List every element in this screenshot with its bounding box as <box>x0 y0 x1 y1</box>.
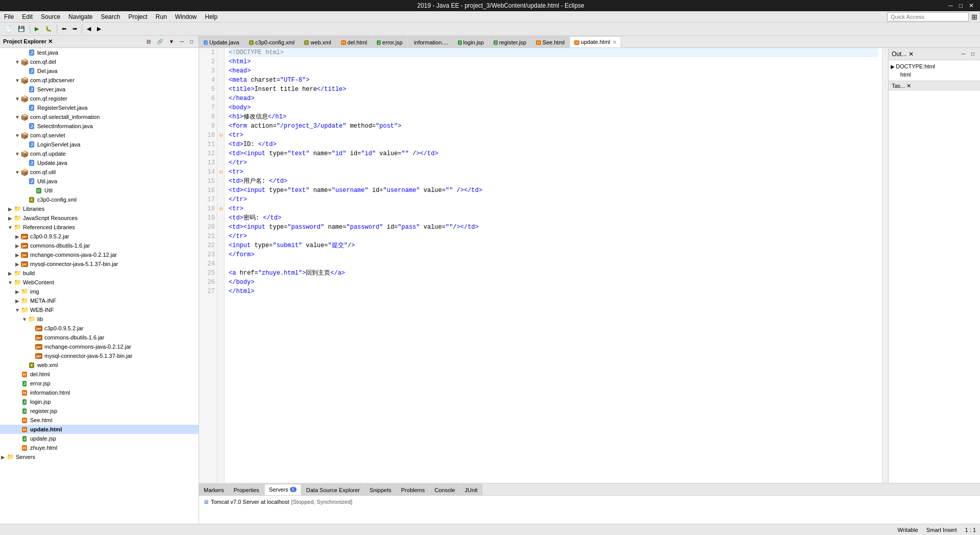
tree-item-See.html[interactable]: HSee.html <box>0 416 199 425</box>
editor-tab-c3p0-config-xml[interactable]: Xc3p0-config.xml <box>244 36 299 47</box>
tree-item-information.html[interactable]: Hinformation.html <box>0 388 199 397</box>
back-button[interactable]: ⬅ <box>59 24 69 34</box>
code-line-24[interactable] <box>229 259 878 269</box>
code-line-8[interactable]: <h1>修改信息</h1> <box>229 112 878 121</box>
tree-item-commons-dbutils2[interactable]: jarcommons-dbutils-1.6.jar <box>0 333 199 342</box>
menu-edit[interactable]: Edit <box>18 12 37 21</box>
tree-item-com.qf.del[interactable]: ▼📦com.qf.del <box>0 57 199 66</box>
menu-source[interactable]: Source <box>37 12 64 21</box>
code-line-2[interactable]: <html> <box>229 57 878 66</box>
code-line-17[interactable]: </tr> <box>229 195 878 204</box>
code-line-27[interactable]: </html> <box>229 287 878 296</box>
maximize-panel-button[interactable]: □ <box>187 37 195 46</box>
tree-item-test[interactable]: Jtest.java <box>0 48 199 57</box>
next-edit-button[interactable]: ▶ <box>94 24 104 34</box>
code-line-13[interactable]: </tr> <box>229 158 878 167</box>
bottom-tab-snippets[interactable]: Snippets <box>365 484 396 495</box>
fold-marker-17[interactable]: ⊖ <box>217 204 224 213</box>
minimize-button[interactable]: ─ <box>946 2 955 9</box>
bottom-tab-data-source-explorer[interactable]: Data Source Explorer <box>302 484 364 495</box>
tree-item-lib[interactable]: ▼📁lib <box>0 314 199 324</box>
forward-button[interactable]: ➡ <box>70 24 80 34</box>
tree-item-mchange-commons[interactable]: ▶jarmchange-commons-java-0.2.12.jar <box>0 250 199 259</box>
menu-search[interactable]: Search <box>96 12 124 21</box>
menu-navigate[interactable]: Navigate <box>64 12 96 21</box>
project-explorer-content[interactable]: Jtest.java▼📦com.qf.delJDel.java▼📦com.qf.… <box>0 48 199 524</box>
tree-item-build[interactable]: ▶📁build <box>0 269 199 278</box>
menu-window[interactable]: Window <box>171 12 201 21</box>
link-editor-button[interactable]: 🔗 <box>154 37 165 46</box>
editor-tab-See-html[interactable]: HSee.html <box>531 36 569 47</box>
bottom-tab-problems[interactable]: Problems <box>397 484 429 495</box>
menu-run[interactable]: Run <box>152 12 171 21</box>
perspective-btn[interactable]: ⊞ <box>969 11 980 22</box>
code-editor[interactable]: <!DOCTYPE html><html><head> <meta charse… <box>225 48 882 483</box>
save-button[interactable]: 💾 <box>15 24 28 34</box>
tree-item-error.jsp[interactable]: Jerror.jsp <box>0 379 199 388</box>
tree-item-mysql-connector[interactable]: ▶jarmysql-connector-java-5.1.37-bin.jar <box>0 259 199 269</box>
bottom-tab-markers[interactable]: Markers <box>199 484 229 495</box>
code-line-15[interactable]: <td>用户名: </td> <box>229 177 878 186</box>
new-button[interactable]: 📄 <box>2 24 14 34</box>
tree-item-commons-dbutils[interactable]: ▶jarcommons-dbutils-1.6.jar <box>0 241 199 250</box>
code-line-12[interactable]: <td><input type="text" name="id" id="id"… <box>229 149 878 158</box>
tree-item-Del[interactable]: JDel.java <box>0 66 199 76</box>
editor-scrollbar-right[interactable] <box>882 48 888 483</box>
code-line-4[interactable]: <meta charset="UTF-8"> <box>229 76 878 85</box>
code-line-7[interactable]: <body> <box>229 103 878 112</box>
code-line-9[interactable]: <form action="/project_3/update" method=… <box>229 121 878 131</box>
fold-icon[interactable]: ⊖ <box>219 131 223 140</box>
fold-icon[interactable]: ⊖ <box>219 204 223 213</box>
maximize-button[interactable]: □ <box>957 2 965 9</box>
tree-item-WebContent[interactable]: ▼📁WebContent <box>0 278 199 287</box>
code-line-19[interactable]: <td>密码: </td> <box>229 213 878 223</box>
code-line-18[interactable]: <tr> <box>229 204 878 213</box>
menu-file[interactable]: File <box>0 12 18 21</box>
code-line-11[interactable]: <td>ID: </td> <box>229 140 878 149</box>
outline-item-html[interactable]: html <box>891 70 978 79</box>
tree-item-del.html[interactable]: Hdel.html <box>0 370 199 379</box>
bottom-tab-junit[interactable]: JUnit <box>460 484 482 495</box>
tree-item-RegisterServlet[interactable]: JRegisterServlet.java <box>0 103 199 112</box>
fold-marker-9[interactable]: ⊖ <box>217 131 224 140</box>
tree-item-img[interactable]: ▶📁img <box>0 287 199 296</box>
code-line-5[interactable]: <title>Insert title here</title> <box>229 85 878 94</box>
code-line-1[interactable]: <!DOCTYPE html> <box>229 48 878 57</box>
minimize-panel-button[interactable]: ─ <box>178 37 186 46</box>
editor-tab-update-html[interactable]: Hupdate.html✕ <box>570 36 621 47</box>
prev-edit-button[interactable]: ◀ <box>84 24 93 34</box>
tree-item-mysql2[interactable]: jarmysql-connector-java-5.1.37-bin.jar <box>0 351 199 360</box>
code-line-22[interactable]: <input type="submit" value="提交"/> <box>229 241 878 250</box>
code-line-16[interactable]: <td><input type="text" name="username" i… <box>229 186 878 195</box>
editor-tab-del-html[interactable]: Hdel.html <box>336 36 372 47</box>
tree-item-update.html[interactable]: Hupdate.html <box>0 425 199 434</box>
tree-item-login.jsp[interactable]: Jlogin.jsp <box>0 397 199 406</box>
editor-tab-login-jsp[interactable]: Jlogin.jsp <box>453 36 488 47</box>
bottom-tab-servers[interactable]: Servers5 <box>264 484 301 495</box>
tree-item-mchange2[interactable]: jarmchange-commons-java-0.2.12.jar <box>0 342 199 351</box>
run-button[interactable]: ▶ <box>32 24 41 34</box>
fold-icon[interactable]: ⊖ <box>219 167 223 177</box>
code-line-14[interactable]: <tr> <box>229 167 878 177</box>
tree-item-Update[interactable]: JUpdate.java <box>0 158 199 167</box>
debug-button[interactable]: 🐛 <box>42 24 55 34</box>
code-line-6[interactable]: </head> <box>229 94 878 103</box>
tree-item-LoginServlet[interactable]: JLoginServlet.java <box>0 140 199 149</box>
tree-item-com.qf.selectall_information[interactable]: ▼📦com.qf.selectall_information <box>0 112 199 121</box>
tree-item-RefLibraries[interactable]: ▼📁Referenced Libraries <box>0 223 199 232</box>
editor-tab-error-jsp[interactable]: Jerror.jsp <box>372 36 407 47</box>
code-line-20[interactable]: <td><input type="password" name="passwor… <box>229 223 878 232</box>
tree-item-UtilClass[interactable]: CUtil <box>0 186 199 195</box>
tab-close-button[interactable]: ✕ <box>612 39 617 45</box>
code-line-10[interactable]: <tr> <box>229 131 878 140</box>
code-line-3[interactable]: <head> <box>229 66 878 76</box>
tree-item-META-INF[interactable]: ▶📁META-INF <box>0 296 199 305</box>
tree-item-Util[interactable]: JUtil.java <box>0 177 199 186</box>
tree-item-JsResources[interactable]: ▶📁JavaScript Resources <box>0 213 199 223</box>
menu-help[interactable]: Help <box>201 12 222 21</box>
tree-item-c3p0jar[interactable]: ▶jarc3p0-0.9.5.2.jar <box>0 232 199 241</box>
editor-tab-Update-java[interactable]: JUpdate.java <box>199 36 244 47</box>
tree-item-com.qf.update[interactable]: ▼📦com.qf.update <box>0 149 199 158</box>
tree-item-register.jsp[interactable]: Jregister.jsp <box>0 406 199 416</box>
window-controls[interactable]: ─ □ ✕ <box>946 2 976 9</box>
